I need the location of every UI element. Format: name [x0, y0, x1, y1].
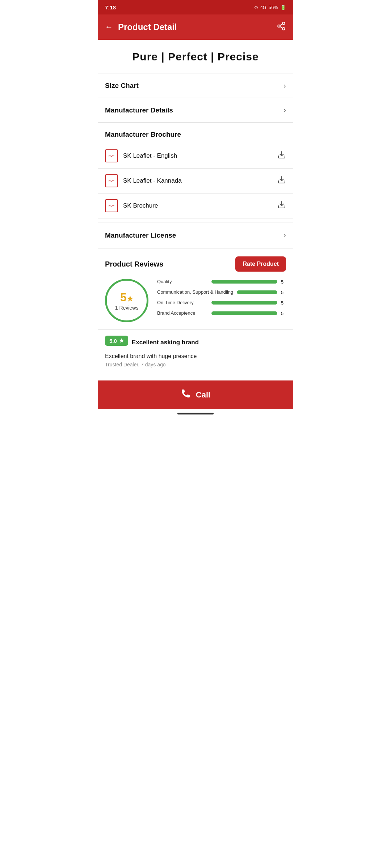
- bar-delivery-value: 5: [281, 300, 286, 306]
- review-count: 1 Reviews: [115, 305, 139, 311]
- rate-product-button[interactable]: Rate Product: [235, 256, 286, 272]
- overall-rating: 5★: [120, 291, 133, 304]
- brochure-sk-label: SK Brochure: [123, 202, 158, 209]
- manufacturer-license-item[interactable]: Manufacturer License ›: [98, 222, 293, 248]
- reviews-title: Product Reviews: [105, 260, 163, 268]
- back-button[interactable]: ←: [105, 22, 113, 32]
- review-meta: Trusted Dealer, 7 days ago: [105, 362, 286, 367]
- bar-delivery-fill: [211, 301, 277, 305]
- manufacturer-details-label: Manufacturer Details: [105, 106, 173, 114]
- size-chart-item[interactable]: Size Chart ›: [98, 73, 293, 98]
- brochure-left: PDF SK Leaflet - English: [105, 149, 177, 162]
- call-icon: [181, 388, 191, 401]
- brochure-item-sk[interactable]: PDF SK Brochure: [98, 193, 293, 218]
- brochure-item-kannada[interactable]: PDF SK Leaflet - Kannada: [98, 169, 293, 193]
- pdf-icon: PDF: [105, 149, 118, 162]
- brochure-left: PDF SK Brochure: [105, 199, 158, 212]
- rating-bars: Quality 5 Communication, Support & Handl…: [157, 279, 286, 321]
- bar-quality: Quality 5: [157, 279, 286, 285]
- manufacturer-license-label: Manufacturer License: [105, 231, 176, 239]
- bar-delivery-track: [211, 301, 277, 305]
- bar-brand-fill: [211, 311, 277, 315]
- pdf-icon: PDF: [105, 199, 118, 212]
- download-icon[interactable]: [277, 150, 286, 161]
- bar-quality-track: [211, 280, 277, 284]
- bar-delivery: On-Time Delivery 5: [157, 300, 286, 306]
- brochure-kannada-label: SK Leaflet - Kannada: [123, 177, 182, 184]
- bar-communication-label: Communication, Support & Handling: [157, 289, 233, 295]
- review-card-header: 5.0 ★ Excellent asking brand: [105, 336, 286, 349]
- review-score: 5.0: [109, 338, 117, 344]
- banner: Pure | Perfect | Precise: [98, 40, 293, 73]
- page-title: Product Detail: [118, 22, 177, 32]
- bar-communication-value: 5: [281, 290, 286, 295]
- status-bar: 7:18 ⊙ 4G 56% 🔋: [98, 0, 293, 14]
- share-button[interactable]: [277, 21, 286, 33]
- review-star-icon: ★: [119, 337, 124, 344]
- size-chart-label: Size Chart: [105, 82, 139, 90]
- call-bar[interactable]: Call: [98, 380, 293, 409]
- call-label: Call: [196, 390, 210, 400]
- bar-communication: Communication, Support & Handling 5: [157, 289, 286, 295]
- app-bar: ← Product Detail: [98, 14, 293, 40]
- bar-communication-track: [237, 290, 277, 294]
- status-icons: ⊙ 4G 56% 🔋: [254, 5, 286, 10]
- bar-brand: Brand Acceptence 5: [157, 310, 286, 316]
- network-icon: ⊙: [254, 5, 258, 10]
- svg-line-4: [280, 24, 282, 25]
- brochure-left: PDF SK Leaflet - Kannada: [105, 174, 182, 187]
- review-body: Excellent brand with huge presence: [105, 353, 286, 359]
- bar-quality-fill: [211, 280, 277, 284]
- download-icon[interactable]: [277, 200, 286, 211]
- manufacturer-details-item[interactable]: Manufacturer Details ›: [98, 98, 293, 123]
- brochure-english-label: SK Leaflet - English: [123, 152, 177, 159]
- bar-brand-label: Brand Acceptence: [157, 310, 208, 316]
- pdf-icon: PDF: [105, 174, 118, 187]
- rating-summary: 5★ 1 Reviews Quality 5 Communication, Su…: [105, 279, 286, 322]
- app-bar-left: ← Product Detail: [105, 22, 177, 32]
- signal-icon: 4G: [260, 5, 266, 10]
- download-icon[interactable]: [277, 175, 286, 186]
- brochure-item-english[interactable]: PDF SK Leaflet - English: [98, 144, 293, 169]
- svg-line-3: [280, 27, 282, 28]
- chevron-right-icon: ›: [283, 81, 286, 90]
- bar-quality-label: Quality: [157, 279, 208, 285]
- reviews-section: Product Reviews Rate Product 5★ 1 Review…: [98, 248, 293, 322]
- chevron-right-icon: ›: [283, 231, 286, 239]
- review-title: Excellent asking brand: [132, 339, 199, 346]
- bottom-nav-bar: [177, 413, 214, 414]
- chevron-right-icon: ›: [283, 106, 286, 114]
- review-card: 5.0 ★ Excellent asking brand Excellent b…: [98, 329, 293, 373]
- bar-brand-value: 5: [281, 311, 286, 316]
- bar-brand-track: [211, 311, 277, 315]
- battery-icon: 🔋: [280, 5, 286, 10]
- bar-communication-fill: [237, 290, 277, 294]
- brochure-section-header: Manufacturer Brochure: [98, 123, 293, 144]
- rating-circle: 5★ 1 Reviews: [105, 279, 148, 322]
- banner-text: Pure | Perfect | Precise: [132, 51, 258, 63]
- review-score-badge: 5.0 ★: [105, 336, 128, 346]
- bar-delivery-label: On-Time Delivery: [157, 300, 208, 306]
- bar-quality-value: 5: [281, 279, 286, 285]
- battery-percent: 56%: [269, 5, 278, 10]
- bottom-indicator: [98, 409, 293, 418]
- status-time: 7:18: [105, 4, 116, 10]
- reviews-header: Product Reviews Rate Product: [105, 256, 286, 272]
